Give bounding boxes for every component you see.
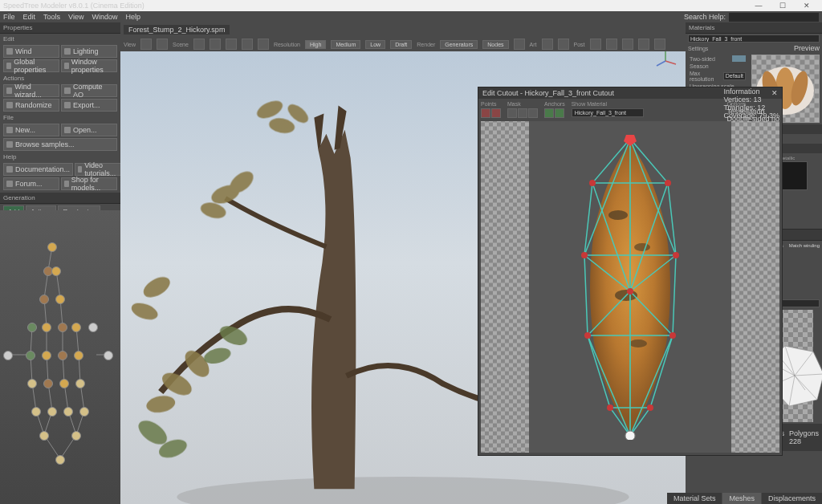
art-btn-2[interactable] bbox=[558, 39, 569, 50]
res-medium[interactable]: Medium bbox=[331, 40, 360, 49]
match-winding[interactable]: Match winding bbox=[789, 243, 820, 248]
forum-button[interactable]: Forum... bbox=[3, 177, 59, 190]
scene-btn-5[interactable] bbox=[258, 39, 269, 50]
menu-file[interactable]: File bbox=[3, 13, 15, 21]
randomize-button[interactable]: Randomize bbox=[3, 99, 59, 112]
menu-edit[interactable]: Edit bbox=[23, 13, 36, 21]
mask-btn-2[interactable] bbox=[518, 108, 527, 118]
menu-help[interactable]: Help bbox=[125, 13, 140, 21]
close-button[interactable]: ✕ bbox=[795, 1, 819, 10]
documentation-button[interactable]: Documentation... bbox=[3, 163, 73, 176]
view-btn-2[interactable] bbox=[157, 39, 168, 50]
material-name[interactable] bbox=[688, 35, 820, 43]
node[interactable] bbox=[3, 351, 13, 360]
node[interactable] bbox=[51, 266, 61, 276]
compute-ao-button[interactable]: Compute AO bbox=[61, 84, 117, 97]
svg-point-70 bbox=[627, 288, 633, 295]
post-btn-2[interactable] bbox=[606, 39, 617, 50]
scene-btn-3[interactable] bbox=[226, 39, 237, 50]
app-title: SpeedTree Modeler v8.0.1 (Cinema Edition… bbox=[3, 2, 144, 10]
node[interactable] bbox=[58, 351, 67, 360]
node[interactable] bbox=[104, 351, 113, 360]
points-btn-2[interactable] bbox=[491, 108, 501, 118]
node-graph[interactable] bbox=[0, 210, 120, 504]
wind-wizard-button[interactable]: Wind wizard... bbox=[3, 84, 59, 97]
file-tab[interactable]: Forest_Stump_2_Hickory.spm bbox=[124, 25, 230, 35]
node[interactable] bbox=[71, 323, 81, 332]
open-button[interactable]: Open... bbox=[61, 124, 117, 136]
node[interactable] bbox=[79, 407, 89, 417]
minimize-button[interactable]: — bbox=[747, 1, 771, 10]
lighting-button[interactable]: Lighting bbox=[61, 45, 117, 58]
browse-samples-button[interactable]: Browse samples... bbox=[3, 138, 117, 151]
menu-window[interactable]: Window bbox=[92, 13, 117, 21]
view-btn-1[interactable] bbox=[140, 39, 152, 50]
node[interactable] bbox=[75, 379, 85, 388]
menu-view[interactable]: View bbox=[68, 13, 83, 21]
open-icon bbox=[64, 127, 71, 133]
shop-button[interactable]: Shop for models... bbox=[61, 177, 117, 190]
node[interactable] bbox=[26, 351, 35, 360]
wind-button[interactable]: Wind bbox=[3, 45, 59, 58]
search-input[interactable] bbox=[729, 13, 819, 22]
res-low[interactable]: Low bbox=[365, 40, 385, 49]
video-tutorials-button[interactable]: Video tutorials... bbox=[75, 163, 121, 176]
post-btn-5[interactable] bbox=[654, 39, 665, 50]
anchor-btn-1[interactable] bbox=[544, 108, 554, 118]
render-nodes[interactable]: Nodes bbox=[482, 40, 508, 49]
node[interactable] bbox=[42, 351, 51, 360]
post-btn-1[interactable] bbox=[590, 39, 601, 50]
tab-displacements[interactable]: Displacements bbox=[762, 493, 822, 504]
mask-btn-1[interactable] bbox=[507, 108, 517, 118]
window-properties-button[interactable]: Window properties bbox=[61, 59, 117, 72]
titlebar: SpeedTree Modeler v8.0.1 (Cinema Edition… bbox=[0, 0, 822, 11]
new-button[interactable]: New... bbox=[3, 124, 59, 136]
node[interactable] bbox=[71, 431, 81, 441]
material-select[interactable]: Hickory_Fall_3_front bbox=[572, 108, 644, 117]
res-draft[interactable]: Draft bbox=[390, 40, 412, 49]
tab-meshes[interactable]: Meshes bbox=[722, 493, 761, 504]
scene-btn-2[interactable] bbox=[210, 39, 221, 50]
node[interactable] bbox=[63, 407, 73, 417]
tab-material-sets[interactable]: Material Sets bbox=[667, 493, 722, 504]
export-button[interactable]: Export... bbox=[61, 99, 117, 112]
node[interactable] bbox=[88, 323, 98, 332]
global-properties-button[interactable]: Global properties bbox=[3, 59, 59, 72]
svg-line-43 bbox=[657, 61, 665, 66]
node[interactable] bbox=[59, 379, 69, 388]
leaf-cutout[interactable] bbox=[570, 135, 690, 440]
mask-btn-3[interactable] bbox=[528, 108, 538, 118]
node[interactable] bbox=[27, 323, 37, 332]
node[interactable] bbox=[42, 323, 51, 332]
node[interactable] bbox=[43, 379, 53, 388]
scene-btn-1[interactable] bbox=[193, 39, 205, 50]
points-btn-1[interactable] bbox=[481, 108, 490, 118]
maximize-button[interactable]: ☐ bbox=[771, 1, 795, 10]
node[interactable] bbox=[47, 407, 57, 417]
post-btn-3[interactable] bbox=[622, 39, 633, 50]
node[interactable] bbox=[27, 379, 37, 388]
node[interactable] bbox=[31, 407, 41, 417]
menu-tools[interactable]: Tools bbox=[43, 13, 60, 21]
node[interactable] bbox=[58, 323, 67, 332]
viewport[interactable]: Forest_Stump_2_Hickory.spm View Scene Re… bbox=[120, 22, 686, 504]
cutout-canvas[interactable] bbox=[481, 121, 779, 453]
map-metallic[interactable] bbox=[779, 161, 808, 190]
anchor-btn-2[interactable] bbox=[555, 108, 564, 118]
post-btn-4[interactable] bbox=[638, 39, 649, 50]
maxres-select[interactable]: Default bbox=[723, 72, 746, 80]
node[interactable] bbox=[39, 431, 49, 441]
render-btn[interactable] bbox=[514, 39, 525, 50]
twosided-toggle[interactable] bbox=[732, 55, 746, 62]
anchor-bottom-icon[interactable] bbox=[625, 431, 635, 440]
node[interactable] bbox=[55, 295, 65, 304]
scene-btn-4[interactable] bbox=[242, 39, 253, 50]
art-btn-1[interactable] bbox=[542, 39, 553, 50]
res-high[interactable]: High bbox=[305, 40, 326, 49]
node[interactable] bbox=[55, 455, 65, 465]
node[interactable] bbox=[74, 351, 83, 360]
forum-icon bbox=[6, 181, 13, 187]
node[interactable] bbox=[47, 242, 57, 252]
node[interactable] bbox=[39, 295, 49, 304]
render-generators[interactable]: Generators bbox=[440, 40, 478, 49]
